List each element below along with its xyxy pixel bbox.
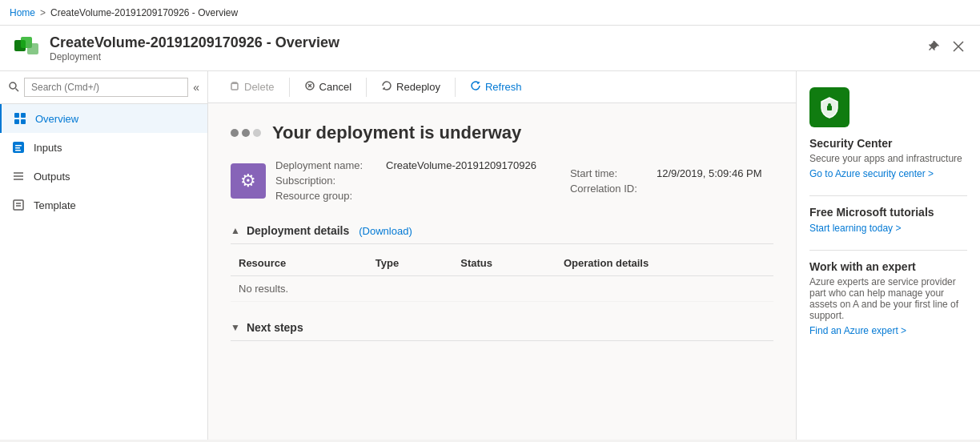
- start-time-value: 12/9/2019, 5:09:46 PM: [657, 167, 762, 179]
- next-steps-chevron-icon: ▼: [231, 322, 240, 333]
- sidebar-item-overview[interactable]: Overview: [0, 104, 207, 133]
- deployment-table: Resource Type Status Operation details N…: [231, 251, 773, 302]
- search-icon: [8, 81, 19, 94]
- svg-rect-8: [21, 119, 26, 124]
- deployment-title: Your deployment is underway: [272, 123, 521, 143]
- download-link[interactable]: (Download): [359, 225, 412, 237]
- col-operation-details: Operation details: [556, 251, 773, 276]
- close-button[interactable]: [950, 37, 967, 59]
- start-time-label: Start time:: [570, 167, 650, 179]
- sidebar: « Overview Inputs Outputs: [0, 71, 208, 440]
- breadcrumb: Home > CreateVolume-20191209170926 - Ove…: [10, 7, 238, 18]
- right-panel-divider-1: [809, 195, 967, 196]
- redeploy-icon: [381, 80, 392, 94]
- deployment-time-info: Start time: 12/9/2019, 5:09:46 PM Correl…: [570, 167, 762, 195]
- delete-icon: [229, 80, 240, 94]
- refresh-icon: [470, 80, 481, 94]
- template-icon: [11, 198, 26, 212]
- correlation-id-label: Correlation ID:: [570, 183, 650, 195]
- cancel-button[interactable]: Cancel: [296, 76, 359, 98]
- right-panel: Security Center Secure your apps and inf…: [796, 71, 980, 440]
- security-center-title: Security Center: [809, 137, 967, 150]
- deployment-details-info: Deployment name: CreateVolume-2019120917…: [275, 159, 536, 202]
- tutorials-title: Free Microsoft tutorials: [809, 206, 967, 219]
- search-input[interactable]: [24, 78, 188, 97]
- delete-label: Delete: [244, 81, 275, 93]
- col-status: Status: [452, 251, 556, 276]
- dot-1: [231, 129, 239, 137]
- svg-rect-10: [15, 145, 22, 147]
- sidebar-item-template[interactable]: Template: [0, 191, 207, 219]
- sidebar-item-outputs[interactable]: Outputs: [0, 162, 207, 191]
- details-chevron-icon: ▲: [231, 225, 240, 236]
- deployment-name-label: Deployment name:: [275, 159, 380, 171]
- expert-link[interactable]: Find an Azure expert >: [809, 325, 906, 336]
- next-steps-header[interactable]: ▼ Next steps: [231, 315, 773, 341]
- security-center-icon: [809, 87, 849, 127]
- delete-button[interactable]: Delete: [221, 76, 283, 98]
- page-title: CreateVolume-20191209170926 - Overview: [50, 34, 339, 51]
- subscription-label: Subscription:: [275, 175, 380, 187]
- svg-rect-2: [27, 43, 38, 54]
- deployment-status-header: Your deployment is underway: [231, 123, 773, 143]
- svg-rect-19: [231, 83, 238, 90]
- redeploy-button[interactable]: Redeploy: [373, 76, 448, 98]
- expert-desc: Azure experts are service provider part …: [809, 276, 967, 321]
- outputs-icon: [11, 169, 26, 183]
- deployment-name-value: CreateVolume-20191209170926: [386, 159, 536, 171]
- col-type: Type: [368, 251, 452, 276]
- toolbar-separator-2: [366, 78, 367, 97]
- sidebar-item-outputs-label: Outputs: [34, 171, 70, 183]
- svg-rect-5: [14, 113, 19, 118]
- refresh-button[interactable]: Refresh: [462, 76, 530, 98]
- security-center-section: Security Center Secure your apps and inf…: [809, 87, 967, 179]
- deployment-details-label: Deployment details: [247, 224, 349, 237]
- next-steps-label: Next steps: [247, 321, 303, 334]
- svg-line-4: [16, 88, 19, 91]
- table-no-results-row: No results.: [231, 276, 773, 302]
- collapse-sidebar-button[interactable]: «: [193, 81, 199, 94]
- redeploy-label: Redeploy: [396, 81, 440, 93]
- resource-group-label: Resource group:: [275, 190, 380, 202]
- status-dots: [231, 129, 261, 137]
- panel-header: CreateVolume-20191209170926 - Overview D…: [0, 26, 980, 71]
- expert-section: Work with an expert Azure experts are se…: [809, 260, 967, 336]
- page-subtitle: Deployment: [50, 51, 339, 62]
- deployment-icon: ⚙: [231, 163, 266, 199]
- panel-header-left: CreateVolume-20191209170926 - Overview D…: [13, 34, 339, 62]
- panel-header-actions: [924, 37, 967, 59]
- top-bar: Home > CreateVolume-20191209170926 - Ove…: [0, 0, 980, 26]
- toolbar: Delete Cancel Redeploy Ref: [208, 71, 796, 103]
- pin-button[interactable]: [924, 37, 943, 59]
- no-results-text: No results.: [231, 276, 773, 302]
- content-area: Your deployment is underway ⚙ Deployment…: [208, 103, 796, 440]
- cancel-label: Cancel: [319, 81, 351, 93]
- svg-rect-11: [15, 147, 20, 149]
- overview-icon: [13, 111, 27, 126]
- sidebar-item-template-label: Template: [34, 199, 76, 211]
- refresh-label: Refresh: [485, 81, 522, 93]
- expert-title: Work with an expert: [809, 260, 967, 273]
- security-center-link[interactable]: Go to Azure security center >: [809, 168, 934, 179]
- next-steps-section: ▼ Next steps: [231, 315, 773, 341]
- right-panel-divider-2: [809, 250, 967, 251]
- deployment-logo-icon: [13, 34, 42, 62]
- main-layout: « Overview Inputs Outputs: [0, 71, 980, 440]
- toolbar-separator-3: [455, 78, 456, 97]
- breadcrumb-home[interactable]: Home: [10, 7, 35, 18]
- sidebar-item-overview-label: Overview: [35, 113, 78, 125]
- sidebar-item-inputs[interactable]: Inputs: [0, 133, 207, 162]
- svg-point-3: [10, 82, 16, 89]
- tutorials-link[interactable]: Start learning today >: [809, 223, 901, 234]
- panel-header-title: CreateVolume-20191209170926 - Overview D…: [50, 34, 339, 62]
- col-resource: Resource: [231, 251, 368, 276]
- tutorials-section: Free Microsoft tutorials Start learning …: [809, 206, 967, 234]
- breadcrumb-current: CreateVolume-20191209170926 - Overview: [50, 7, 238, 18]
- breadcrumb-separator: >: [40, 7, 46, 18]
- deployment-details-header[interactable]: ▲ Deployment details (Download): [231, 218, 773, 244]
- sidebar-item-inputs-label: Inputs: [34, 142, 62, 154]
- svg-rect-12: [15, 150, 21, 151]
- search-bar: «: [0, 71, 207, 104]
- dot-3: [253, 129, 261, 137]
- svg-rect-7: [14, 119, 19, 124]
